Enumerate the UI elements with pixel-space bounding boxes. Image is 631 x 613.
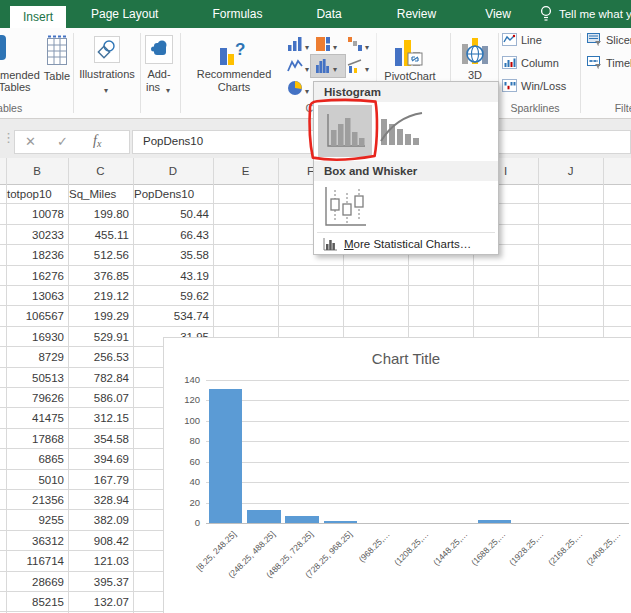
data-cell[interactable]: 8729 (7, 347, 64, 367)
data-cell[interactable]: 534.74 (134, 306, 209, 326)
tab-page-layout[interactable]: Page Layout (78, 0, 171, 28)
tab-formulas[interactable]: Formulas (199, 0, 275, 28)
data-cell[interactable]: 199.80 (69, 204, 129, 224)
data-cell[interactable]: 354.58 (69, 429, 129, 449)
sparkline-column-button[interactable]: Column (502, 56, 559, 70)
data-cell[interactable]: 382.09 (69, 510, 129, 530)
data-cell[interactable]: 16930 (7, 327, 64, 347)
enter-icon[interactable]: ✓ (57, 134, 68, 149)
data-cell[interactable]: 21356 (7, 490, 64, 510)
data-cell[interactable]: 5010 (7, 470, 64, 490)
sparkline-line-button[interactable]: Line (502, 33, 542, 47)
histogram-bar[interactable] (247, 510, 281, 523)
data-cell[interactable]: 50513 (7, 368, 64, 388)
data-cell[interactable]: 167.79 (69, 470, 129, 490)
combo-chart-icon (347, 58, 363, 74)
data-cell[interactable]: 59.62 (134, 286, 209, 306)
histogram-bar[interactable] (324, 521, 358, 523)
data-cell[interactable]: 9255 (7, 510, 64, 530)
data-cell[interactable]: 395.37 (69, 572, 129, 592)
slicer-button[interactable]: Slicer (587, 33, 631, 47)
data-cell[interactable]: 529.91 (69, 327, 129, 347)
data-cell[interactable]: 376.85 (69, 266, 129, 286)
histogram-gallery-item[interactable] (318, 105, 372, 157)
data-cell[interactable]: 116714 (7, 551, 64, 571)
column-header-C[interactable]: C (68, 158, 133, 184)
data-cell[interactable]: 312.15 (69, 408, 129, 428)
histogram-bar[interactable] (478, 520, 512, 523)
data-cell[interactable]: 256.53 (69, 347, 129, 367)
chart-x-axis (206, 523, 629, 524)
data-cell[interactable]: 36312 (7, 531, 64, 551)
data-cell[interactable]: 66.43 (134, 225, 209, 245)
data-cell[interactable]: 394.69 (69, 449, 129, 469)
data-cell[interactable]: 16276 (7, 266, 64, 286)
chart-y-tick-label: 140 (164, 374, 200, 385)
data-cell[interactable]: 30233 (7, 225, 64, 245)
chart-y-tick-label: 20 (164, 497, 200, 508)
data-cell[interactable]: 17868 (7, 429, 64, 449)
header-cell[interactable]: Sq_Miles (69, 184, 129, 204)
chart-gridline (206, 400, 629, 401)
chart-x-tick-label: (2408.25,… (584, 529, 622, 567)
timeline-button[interactable]: Timeline (587, 56, 631, 70)
pareto-gallery-item[interactable] (378, 109, 424, 153)
header-cell[interactable]: totpop10 (7, 184, 64, 204)
data-cell[interactable]: 6865 (7, 449, 64, 469)
data-cell[interactable]: 35.58 (134, 245, 209, 265)
statistical-chart-dropdown: Histogram Box and Whisker (313, 81, 499, 255)
data-cell[interactable]: 79626 (7, 388, 64, 408)
data-cell[interactable]: 219.12 (69, 286, 129, 306)
data-cell[interactable]: 10078 (7, 204, 64, 224)
histogram-bar[interactable] (209, 389, 243, 523)
data-cell[interactable]: 586.07 (69, 388, 129, 408)
data-cell[interactable]: 908.42 (69, 531, 129, 551)
data-cell[interactable]: 43.19 (134, 266, 209, 286)
sparkline-winloss-button[interactable]: Win/Loss (502, 79, 566, 93)
embedded-histogram-chart[interactable]: Chart Title 020406080100120140[8.25, 248… (163, 337, 631, 613)
filters-group-label: Filters (599, 102, 631, 114)
data-cell[interactable]: 41475 (7, 408, 64, 428)
data-cell[interactable]: 50.44 (134, 204, 209, 224)
histogram-bar[interactable] (285, 516, 319, 523)
data-cell[interactable]: 455.11 (69, 225, 129, 245)
tab-data[interactable]: Data (303, 0, 354, 28)
line-chart-caret-icon (305, 62, 309, 75)
tell-me-box[interactable]: Tell me what you want to do... (540, 0, 631, 28)
column-header-E[interactable]: E (213, 158, 278, 184)
column-header-D[interactable]: D (133, 158, 213, 184)
data-cell[interactable]: 121.03 (69, 551, 129, 571)
waterfall-chart-icon (347, 36, 363, 52)
column-header-B[interactable]: B (6, 158, 68, 184)
column-header-J[interactable]: J (538, 158, 603, 184)
hierarchy-chart-icon (315, 36, 331, 52)
data-cell[interactable]: 28669 (7, 572, 64, 592)
chart-title[interactable]: Chart Title (164, 350, 631, 367)
sparkline-line-icon (502, 33, 517, 46)
sparkline-winloss-icon (502, 79, 517, 92)
data-cell[interactable]: 782.84 (69, 368, 129, 388)
namebox-resize-handle[interactable]: ⋮ (2, 130, 13, 145)
data-cell[interactable]: 85215 (7, 592, 64, 612)
header-cell[interactable]: PopDens10 (134, 184, 209, 204)
insert-function-icon[interactable]: fx (93, 133, 101, 149)
tab-view[interactable]: View (472, 0, 524, 28)
data-cell[interactable]: 132.07 (69, 592, 129, 612)
data-cell[interactable]: 106567 (7, 306, 64, 326)
column-header-K[interactable]: K (603, 158, 631, 184)
tables-group-label: Tables (0, 102, 39, 114)
data-cell[interactable]: 328.94 (69, 490, 129, 510)
cancel-icon[interactable]: ✕ (25, 134, 36, 149)
chart-gridline (206, 503, 629, 504)
excel-window: InsertPage LayoutFormulasDataReviewViewT… (0, 0, 631, 613)
tab-review[interactable]: Review (384, 0, 449, 28)
table-icon (47, 35, 67, 65)
data-cell[interactable]: 18236 (7, 245, 64, 265)
tab-insert[interactable]: Insert (10, 6, 66, 28)
chart-gridline (206, 482, 629, 483)
data-cell[interactable]: 512.56 (69, 245, 129, 265)
data-cell[interactable]: 199.29 (69, 306, 129, 326)
data-cell[interactable]: 13063 (7, 286, 64, 306)
box-whisker-gallery-item[interactable] (318, 183, 372, 231)
more-statistical-charts-item[interactable]: More Statistical Charts… (314, 234, 498, 254)
